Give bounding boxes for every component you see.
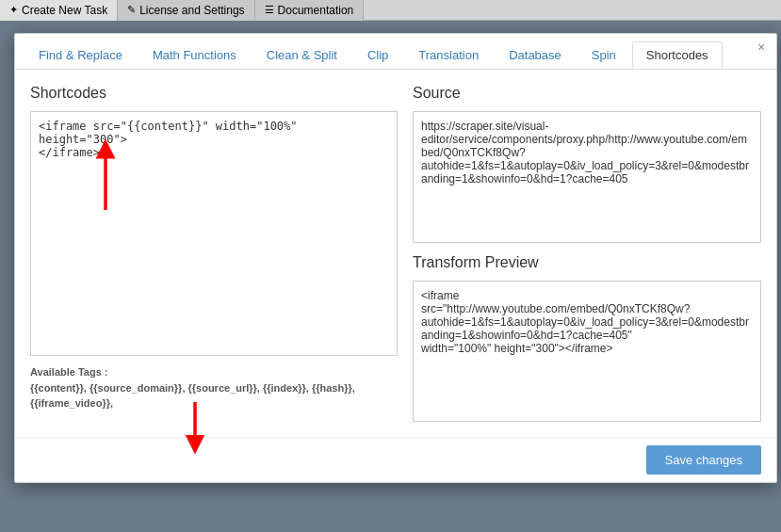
shortcode-area-wrapper: <iframe src="{{content}}" width="100%" h… [30,111,398,359]
top-bar: ✦ Create New Task ✎ License and Settings… [0,0,781,21]
save-changes-button[interactable]: Save changes [646,445,761,475]
source-textarea[interactable]: https://scraper.site/visual-editor/servi… [413,111,761,243]
docs-icon: ☰ [265,4,274,16]
tab-clip[interactable]: Clip [353,41,402,69]
tab-license-settings[interactable]: ✎ License and Settings [118,0,254,21]
source-section: Source https://scraper.site/visual-edito… [413,85,761,243]
source-title: Source [413,85,761,102]
shortcodes-title: Shortcodes [30,85,398,102]
left-panel: Shortcodes <iframe src="{{content}}" wid… [30,85,398,422]
tab-clean-split[interactable]: Clean & Split [252,41,351,69]
license-icon: ✎ [127,4,136,16]
transform-section: Transform Preview <iframe src="http://ww… [413,254,761,422]
close-button[interactable]: × [754,40,769,55]
tab-spin[interactable]: Spin [578,41,630,69]
modal-footer: Save changes [15,437,776,482]
modal-dialog: × Find & Replace Math Functions Clean & … [14,33,777,483]
tab-shortcodes[interactable]: Shortcodes [632,41,723,69]
shortcode-textarea[interactable]: <iframe src="{{content}}" width="100%" h… [30,111,398,356]
tab-translation[interactable]: Translation [404,41,493,69]
transform-title: Transform Preview [413,254,761,271]
create-task-icon: ✦ [9,4,18,16]
tab-database[interactable]: Database [495,41,576,69]
modal-body: Shortcodes <iframe src="{{content}}" wid… [15,70,776,437]
tab-documentation[interactable]: ☰ Documentation [255,0,365,21]
modal-tab-bar: Find & Replace Math Functions Clean & Sp… [15,34,776,70]
arrow-down-indicator [176,397,233,454]
tab-math-functions[interactable]: Math Functions [138,41,251,69]
tab-find-replace[interactable]: Find & Replace [24,41,137,69]
right-panel: Source https://scraper.site/visual-edito… [413,85,761,422]
tab-create-new-task[interactable]: ✦ Create New Task [0,0,118,21]
transform-textarea[interactable]: <iframe src="http://www.youtube.com/embe… [413,281,761,422]
